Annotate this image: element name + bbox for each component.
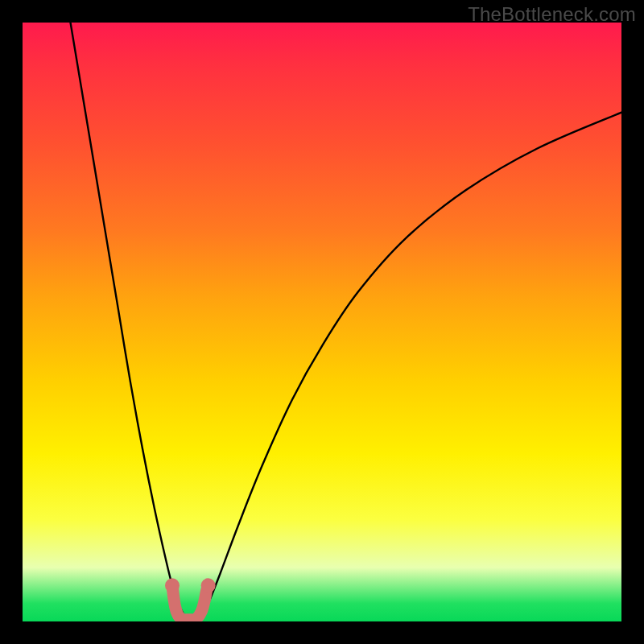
trough-marker-endcap bbox=[165, 578, 180, 592]
chart-plot-area bbox=[23, 23, 621, 621]
watermark-text: TheBottleneck.com bbox=[468, 3, 636, 26]
chart-curves-svg bbox=[23, 23, 621, 621]
trough-marker bbox=[172, 585, 208, 620]
curve-left-arm bbox=[71, 23, 184, 616]
trough-marker-endcap bbox=[201, 578, 216, 592]
chart-frame: TheBottleneck.com bbox=[0, 0, 644, 644]
curve-right-arm bbox=[202, 113, 621, 616]
